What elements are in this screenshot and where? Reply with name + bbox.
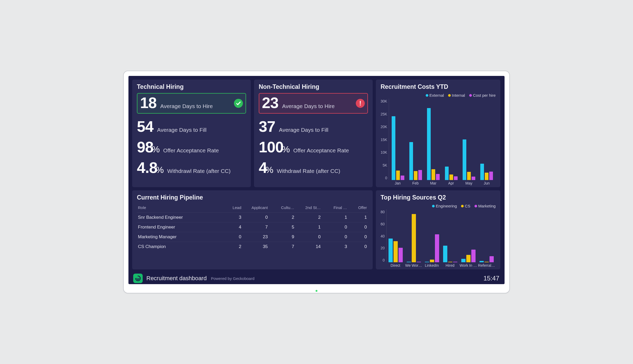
x-tick: Jan [389, 181, 407, 185]
value-cell: 0 [223, 232, 242, 242]
legend-label: Engineering [436, 204, 457, 208]
legend-item: Cost per hire [469, 93, 496, 98]
bar [463, 139, 466, 180]
bar [414, 171, 418, 180]
pipeline-header: Offer [348, 204, 368, 213]
role-cell: Frontend Engineer [137, 222, 223, 232]
bar [466, 255, 471, 262]
table-row: Snr Backend Engineer302211 [137, 213, 368, 222]
bar [401, 176, 404, 180]
kpi-value: 4.8% [137, 160, 164, 175]
value-cell: 0 [348, 222, 368, 232]
bar [472, 177, 475, 180]
bar-group [390, 99, 406, 180]
table-row: Marketing Manager0239000 [137, 232, 368, 242]
value-cell: 7 [269, 242, 295, 252]
kpi-days-to-fill: 37 Average Days to Fill [259, 119, 368, 134]
bar [489, 172, 493, 180]
kpi-withdrawl-rate: 4% Withdrawl Rate (after CC) [259, 160, 368, 175]
chart-costs: ExternalInternalCost per hire30K25K20K15… [381, 93, 496, 185]
y-tick: 20 [381, 246, 385, 250]
device-led-icon [316, 290, 318, 292]
legend-item: Engineering [432, 204, 457, 208]
kpi-value: 18 [140, 95, 157, 110]
y-tick: 0 [385, 176, 387, 180]
kpi-label: Average Days to Hire [282, 103, 335, 109]
legend-dot-icon [432, 205, 435, 207]
card-recruitment-costs: Recruitment Costs YTD ExternalInternalCo… [376, 80, 500, 187]
bar [412, 214, 416, 262]
bar-group [426, 99, 441, 180]
kpi-days-to-hire: 18 Average Days to Hire [137, 93, 246, 114]
y-tick: 60 [381, 222, 385, 226]
bar-group [479, 99, 495, 180]
bar [485, 173, 488, 180]
legend-label: CS [465, 204, 470, 208]
y-tick: 5K [383, 163, 387, 167]
kpi-label: Average Days to Fill [279, 127, 329, 133]
dashboard-title: Recruitment dashboard [146, 275, 207, 282]
x-tick: Direct [386, 263, 405, 268]
value-cell: 3 [223, 213, 242, 222]
y-tick: 10K [381, 150, 387, 154]
value-cell: 7 [242, 222, 269, 232]
y-axis: 30K25K20K15K10K5K0 [381, 99, 389, 185]
y-tick: 20K [381, 125, 387, 129]
bar-group [478, 209, 495, 262]
bar [443, 246, 447, 262]
bar [454, 176, 458, 180]
x-tick: Work In … [459, 263, 477, 268]
x-axis: JanFebMarAprMayJun [389, 180, 496, 185]
bar [471, 250, 476, 262]
bar [392, 116, 395, 180]
dashboard-screen: Technical Hiring 18 Average Days to Hire… [128, 76, 505, 284]
y-tick: 30K [381, 99, 387, 103]
value-cell: 35 [242, 242, 269, 252]
kpi-offer-acceptance: 98% Offer Acceptance Rate [137, 139, 246, 155]
x-tick: Hired [441, 263, 459, 268]
pipeline-header: Lead [223, 204, 242, 213]
role-cell: CS Champion [137, 242, 223, 252]
device-frame: Technical Hiring 18 Average Days to Hire… [123, 71, 510, 293]
kpi-days-to-hire: 23 Average Days to Hire ! [259, 93, 368, 114]
bar [389, 239, 393, 262]
value-cell: 1 [322, 213, 348, 222]
bar [430, 260, 434, 262]
table-row: CS Champion23571430 [137, 242, 368, 252]
kpi-value: 100% [259, 139, 290, 155]
x-axis: DirectWe Wor…LinkedInHiredWork In …Refer… [386, 262, 496, 268]
x-tick: We Wor… [405, 263, 423, 268]
value-cell: 0 [322, 232, 348, 242]
bar-group [406, 209, 422, 262]
kpi-label: Average Days to Fill [157, 127, 207, 133]
alert-icon: ! [356, 99, 365, 108]
y-tick: 25K [381, 112, 387, 116]
bar-group [408, 99, 423, 180]
kpi-label: Withdrawl Rate (after CC) [277, 168, 340, 174]
bar [436, 174, 440, 180]
legend-item: Internal [448, 93, 465, 98]
bar [396, 171, 400, 180]
x-tick: Mar [424, 181, 442, 185]
bar [435, 234, 439, 262]
x-tick: Feb [406, 181, 424, 185]
kpi-label: Withdrawl Rate (after CC) [167, 168, 231, 174]
legend-item: External [426, 93, 444, 98]
bar [418, 170, 422, 180]
bar [461, 259, 466, 262]
powered-by-label: Powered by Geckoboard [211, 276, 255, 281]
kpi-value: 4% [259, 160, 273, 175]
card-title: Current Hiring Pipeline [137, 194, 368, 201]
y-tick: 40 [381, 234, 385, 238]
card-title: Non-Technical Hiring [259, 83, 368, 90]
bars-area [389, 99, 496, 180]
card-title: Recruitment Costs YTD [381, 83, 496, 90]
bar [449, 174, 453, 180]
value-cell: 2 [295, 213, 322, 222]
card-hiring-pipeline: Current Hiring Pipeline RoleLeadApplican… [132, 190, 373, 269]
value-cell: 2 [269, 213, 295, 222]
chart-legend: EngineeringCSMarketing [381, 204, 496, 208]
value-cell: 0 [348, 242, 368, 252]
role-cell: Snr Backend Engineer [137, 213, 223, 222]
bar-group [461, 99, 477, 180]
